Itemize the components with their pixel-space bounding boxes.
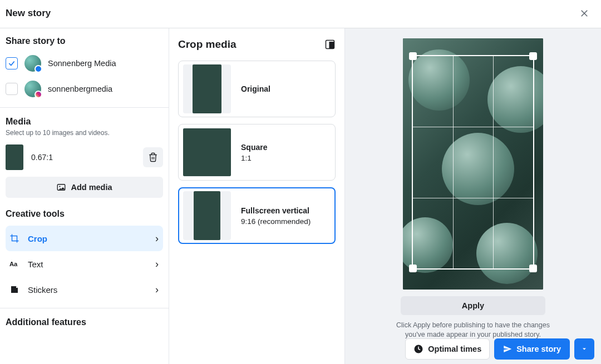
crop-thumb — [183, 128, 231, 176]
media-item-row: 0.67:1 — [6, 144, 163, 170]
close-icon — [579, 8, 589, 18]
tool-label: Text — [28, 260, 43, 269]
checkbox-sonnenberg-media[interactable] — [6, 57, 18, 69]
media-thumbnail[interactable] — [6, 144, 23, 170]
share-more-button[interactable] — [574, 338, 594, 360]
preview-stage[interactable] — [403, 38, 543, 290]
delete-media-button[interactable] — [143, 147, 163, 167]
modal-body: Share story to Sonnenberg Media sonnenbe… — [0, 28, 601, 364]
add-media-button[interactable]: Add media — [6, 177, 163, 198]
share-story-label: Share story — [516, 345, 561, 353]
checkbox-sonnenbergmedia[interactable] — [6, 83, 18, 95]
divider — [0, 107, 169, 108]
crop-option-sub: 1:1 — [241, 154, 267, 162]
avatar — [24, 55, 41, 72]
crop-handle-tr[interactable] — [529, 52, 537, 60]
chevron-right-icon: › — [155, 284, 159, 296]
caret-down-icon — [581, 346, 588, 352]
apply-button[interactable]: Apply — [401, 296, 545, 315]
tool-label: Stickers — [28, 285, 57, 295]
footer-actions: Optimal times Share story — [405, 338, 594, 360]
text-icon: Aa — [9, 258, 20, 270]
aspect-icon[interactable] — [324, 39, 336, 50]
crop-option-original[interactable]: Original — [178, 61, 336, 117]
trash-icon — [148, 152, 158, 162]
modal-title: New story — [6, 8, 51, 19]
crop-thumb — [194, 191, 220, 240]
facebook-badge-icon — [35, 65, 42, 73]
svg-text:Aa: Aa — [9, 261, 18, 267]
sticker-icon — [9, 284, 20, 295]
tool-crop[interactable]: Crop › — [6, 226, 163, 251]
svg-point-3 — [60, 186, 61, 187]
crop-option-title: Fullscreen vertical — [241, 206, 311, 215]
apply-hint: Click Apply before publishing to have th… — [395, 321, 551, 340]
send-icon — [503, 345, 512, 353]
crop-option-title: Original — [241, 84, 270, 93]
crop-icon — [9, 233, 20, 244]
crop-thumb — [193, 64, 221, 113]
crop-heading: Crop media — [178, 38, 237, 51]
instagram-badge-icon — [35, 91, 42, 98]
tool-stickers[interactable]: Stickers › — [6, 277, 163, 302]
share-heading: Share story to — [6, 36, 163, 46]
share-account-row[interactable]: sonnenbergmedia — [6, 78, 163, 104]
optimal-times-label: Optimal times — [428, 345, 481, 353]
crop-handle-tl[interactable] — [409, 52, 417, 60]
media-hint: Select up to 10 images and videos. — [6, 129, 163, 137]
crop-option-sub: 9:16 (recommended) — [241, 217, 311, 226]
apply-label: Apply — [462, 301, 484, 310]
crop-option-fullscreen[interactable]: Fullscreen vertical 9:16 (recommended) — [178, 187, 336, 244]
modal-header: New story — [0, 0, 601, 28]
crop-option-square[interactable]: Square 1:1 — [178, 124, 336, 181]
clock-icon — [413, 344, 423, 354]
close-button[interactable] — [577, 6, 592, 21]
divider — [0, 308, 169, 308]
chevron-right-icon: › — [155, 258, 159, 270]
crop-frame[interactable] — [412, 55, 534, 270]
crop-handle-bl[interactable] — [409, 265, 417, 272]
add-media-label: Add media — [71, 183, 112, 192]
preview-panel: Apply Click Apply before publishing to h… — [345, 28, 601, 364]
svg-rect-6 — [329, 42, 334, 48]
tool-label: Crop — [28, 234, 47, 243]
share-account-row[interactable]: Sonnenberg Media — [6, 53, 163, 78]
media-ratio: 0.67:1 — [31, 153, 135, 162]
account-name: sonnenbergmedia — [48, 84, 112, 93]
image-plus-icon — [56, 182, 66, 192]
tools-heading: Creative tools — [6, 209, 163, 219]
media-heading: Media — [6, 117, 163, 127]
optimal-times-button[interactable]: Optimal times — [405, 338, 490, 360]
additional-heading: Additional features — [6, 317, 163, 327]
avatar — [24, 81, 41, 97]
crop-panel: Crop media Original Square 1:1 Fullscree… — [169, 28, 345, 364]
chevron-right-icon: › — [155, 233, 159, 245]
crop-handle-br[interactable] — [529, 265, 537, 272]
share-story-button[interactable]: Share story — [494, 338, 570, 360]
account-name: Sonnenberg Media — [48, 59, 116, 68]
tool-text[interactable]: Aa Text › — [6, 251, 163, 277]
check-icon — [8, 59, 16, 67]
crop-option-title: Square — [241, 143, 267, 152]
sidebar: Share story to Sonnenberg Media sonnenbe… — [0, 28, 169, 364]
